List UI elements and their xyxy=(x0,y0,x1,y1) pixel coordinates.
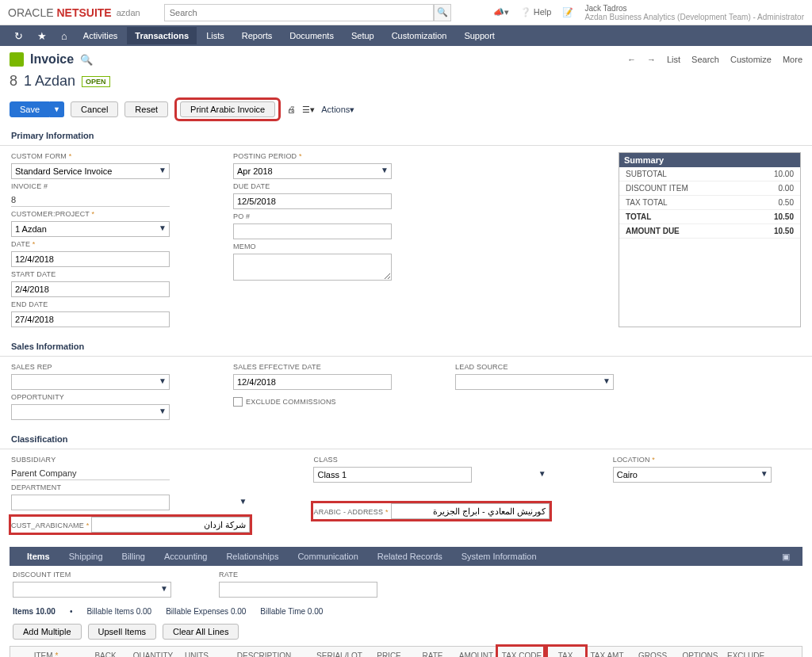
salesrep-label: SALES REP xyxy=(11,363,170,371)
class-label: CLASS xyxy=(313,456,549,464)
tab-accounting[interactable]: Accounting xyxy=(155,548,216,564)
tab-related[interactable]: Related Records xyxy=(368,548,452,564)
po-field[interactable] xyxy=(233,223,392,239)
highlight-print-arabic: Print Arabic Invoice xyxy=(174,97,281,121)
start-date-label: START DATE xyxy=(11,270,170,278)
discount-item-label: DISCOUNT ITEM xyxy=(13,571,171,579)
nav-support[interactable]: Support xyxy=(456,27,503,44)
sales-eff-label: SALES EFFECTIVE DATE xyxy=(233,363,392,371)
section-sales-title: Sales Information xyxy=(0,337,812,357)
nav-activities[interactable]: Activities xyxy=(75,27,125,44)
partner-logo: azdan xyxy=(117,8,140,17)
rate-field[interactable] xyxy=(219,582,377,598)
invoice-no-value: 8 xyxy=(11,193,170,207)
more-actions-icon[interactable]: ☰▾ xyxy=(302,105,315,115)
arabic-address-label: ARABIC - ADDRESS xyxy=(313,508,388,516)
recent-icon[interactable]: ↻ xyxy=(8,30,29,42)
actions-menu[interactable]: Actions▾ xyxy=(321,105,354,115)
search-button[interactable]: 🔍 xyxy=(434,4,451,21)
subsidiary-label: SUBSIDIARY xyxy=(11,456,250,464)
more-link[interactable]: More xyxy=(783,55,802,64)
end-date-label: END DATE xyxy=(11,300,170,308)
class-field[interactable] xyxy=(313,467,472,483)
forward-icon[interactable]: → xyxy=(647,55,656,64)
location-label: LOCATION xyxy=(613,456,772,464)
user-menu[interactable]: Jack Tadros Azdan Business Analytics (De… xyxy=(584,4,804,21)
leadsource-field[interactable] xyxy=(455,374,614,390)
memo-field[interactable] xyxy=(233,254,392,281)
tab-items[interactable]: Items xyxy=(17,548,59,564)
chevron-down-icon: ▼ xyxy=(538,469,546,478)
customize-link[interactable]: Customize xyxy=(730,55,772,64)
line-item-grid: ITEM BACK ORDERED QUANTITY UNITS DESCRIP… xyxy=(10,646,802,657)
posting-period-field[interactable] xyxy=(233,163,392,179)
chevron-down-icon: ▼ xyxy=(239,497,247,506)
brand-logo: ORACLE NETSUITE xyxy=(8,6,112,19)
cust-arabicname-field[interactable] xyxy=(91,517,250,533)
notifications-icon[interactable]: 📣▾ xyxy=(493,7,509,17)
nav-transactions[interactable]: Transactions xyxy=(127,27,197,44)
department-field[interactable] xyxy=(11,495,170,510)
list-link[interactable]: List xyxy=(667,55,680,64)
nav-lists[interactable]: Lists xyxy=(198,27,232,44)
record-id: 8 xyxy=(10,73,17,90)
nav-customization[interactable]: Customization xyxy=(384,27,455,44)
print-icon[interactable]: 🖨 xyxy=(287,105,296,114)
salesrep-field[interactable] xyxy=(11,374,170,390)
tab-billing[interactable]: Billing xyxy=(113,548,155,564)
opportunity-field[interactable] xyxy=(11,404,170,420)
save-button[interactable]: Save xyxy=(10,101,50,117)
date-field[interactable] xyxy=(11,251,170,267)
help-link[interactable]: ❔ Help xyxy=(520,7,552,17)
sales-eff-field[interactable] xyxy=(233,374,392,390)
item-summary-bar: Items 10.00• Billable Items 0.00 Billabl… xyxy=(0,602,812,621)
arabic-address-field[interactable] xyxy=(391,503,550,519)
start-date-field[interactable] xyxy=(11,281,170,297)
page-title: Invoice xyxy=(30,52,74,67)
record-customer: 1 Azdan xyxy=(24,73,75,90)
discount-item-field[interactable] xyxy=(13,582,171,598)
feedback-icon[interactable]: 📝 xyxy=(562,7,573,17)
location-field[interactable] xyxy=(613,467,772,483)
subsidiary-value: Parent Company xyxy=(11,467,170,480)
nav-reports[interactable]: Reports xyxy=(234,27,281,44)
tab-sysinfo[interactable]: System Information xyxy=(452,548,546,564)
tab-communication[interactable]: Communication xyxy=(288,548,367,564)
custom-form-field[interactable] xyxy=(11,163,170,179)
memo-label: MEMO xyxy=(233,243,392,250)
nav-setup[interactable]: Setup xyxy=(343,27,382,44)
search-link[interactable]: Search xyxy=(691,55,719,64)
search-icon: 🔍 xyxy=(437,7,448,17)
due-date-label: DUE DATE xyxy=(233,182,392,190)
tab-relationships[interactable]: Relationships xyxy=(216,548,288,564)
due-date-field[interactable] xyxy=(233,193,392,209)
status-badge: OPEN xyxy=(82,76,110,87)
customer-project-field[interactable] xyxy=(11,221,170,237)
back-icon[interactable]: ← xyxy=(627,55,636,64)
leadsource-label: LEAD SOURCE xyxy=(455,363,614,371)
upsell-button[interactable]: Upsell Items xyxy=(88,624,157,640)
clear-lines-button[interactable]: Clear All Lines xyxy=(163,624,239,640)
tab-expand-icon[interactable]: ▣ xyxy=(777,552,795,562)
invoice-no-label: INVOICE # xyxy=(11,182,170,190)
department-label: DEPARTMENT xyxy=(11,483,250,491)
global-search-input[interactable] xyxy=(164,4,434,21)
print-arabic-button[interactable]: Print Arabic Invoice xyxy=(180,101,275,117)
posting-period-label: POSTING PERIOD xyxy=(233,152,392,160)
primary-nav: ↻ ★ ⌂ Activities Transactions Lists Repo… xyxy=(0,25,812,46)
sublist-tabs: Items Shipping Billing Accounting Relati… xyxy=(10,547,802,566)
nav-documents[interactable]: Documents xyxy=(282,27,342,44)
end-date-field[interactable] xyxy=(11,311,170,327)
tab-shipping[interactable]: Shipping xyxy=(59,548,113,564)
home-icon[interactable]: ⌂ xyxy=(55,30,74,42)
exclude-comm-checkbox[interactable] xyxy=(233,397,243,407)
quick-search-icon[interactable]: 🔍 xyxy=(80,54,93,66)
favorites-icon[interactable]: ★ xyxy=(31,30,53,42)
opportunity-label: OPPORTUNITY xyxy=(11,393,170,401)
save-dropdown[interactable]: ▼ xyxy=(50,101,64,117)
date-label: DATE xyxy=(11,240,170,248)
cancel-button[interactable]: Cancel xyxy=(71,101,118,117)
reset-button[interactable]: Reset xyxy=(124,101,168,117)
add-multiple-button[interactable]: Add Multiple xyxy=(13,624,82,640)
record-type-icon xyxy=(10,52,24,67)
